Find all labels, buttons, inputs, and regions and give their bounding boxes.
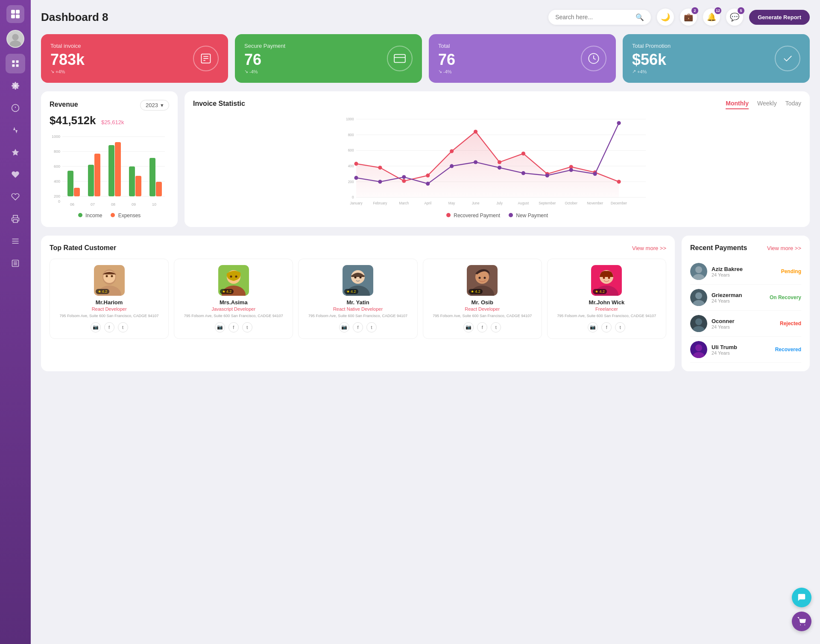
payment-info: Oconner 24 Years [712, 318, 776, 329]
sidebar-item-heart1[interactable] [6, 165, 25, 184]
facebook-icon[interactable]: f [104, 322, 114, 332]
tab-today[interactable]: Today [785, 100, 801, 109]
revenue-bar-chart: 1000 800 600 400 200 0 06 07 [50, 132, 169, 209]
stat-value: $56k [632, 51, 671, 69]
twitter-icon[interactable]: t [242, 322, 252, 332]
tab-weekly[interactable]: Weekly [757, 100, 777, 109]
instagram-icon[interactable]: 📷 [588, 322, 598, 332]
facebook-icon[interactable]: f [353, 322, 363, 332]
svg-text:July: July [496, 201, 503, 205]
stat-card-left: Total 76 ↘ -4% [438, 43, 455, 74]
page-title: Dashboard 8 [41, 11, 108, 24]
sidebar-item-dashboard[interactable] [6, 54, 25, 73]
payments-view-more[interactable]: View more >> [767, 245, 801, 251]
stat-value: 76 [244, 51, 285, 69]
support-float-button[interactable] [792, 588, 811, 607]
stat-card-icon [775, 46, 800, 71]
list-item: ★ 4.2 Mr. Osib React Developer 795 Folso… [423, 259, 542, 339]
instagram-icon[interactable]: 📷 [215, 322, 225, 332]
svg-rect-47 [115, 142, 121, 196]
sidebar-logo[interactable] [6, 5, 24, 23]
svg-point-135 [695, 292, 702, 299]
svg-point-144 [804, 624, 805, 625]
sidebar-item-menu[interactable] [6, 231, 25, 251]
instagram-icon[interactable]: 📷 [339, 322, 349, 332]
customer-address: 795 Folsom Ave, Suite 600 San Francisco,… [552, 313, 662, 319]
messages-button[interactable]: 💬 5 [726, 9, 743, 26]
customer-address: 795 Folsom Ave, Suite 600 San Francisco,… [179, 313, 288, 319]
svg-rect-43 [88, 165, 94, 196]
svg-text:400: 400 [348, 164, 354, 168]
sidebar-item-info[interactable] [6, 98, 25, 118]
expenses-legend: Expenses [111, 213, 141, 219]
svg-text:February: February [373, 201, 387, 205]
svg-point-109 [111, 275, 113, 277]
svg-rect-50 [135, 176, 141, 196]
search-icon: 🔍 [636, 13, 644, 21]
recovered-legend: Recovered Payment [446, 213, 500, 219]
stat-card-total: Total 76 ↘ -4% [429, 34, 616, 83]
revenue-amount: $41,512k [50, 114, 96, 127]
cart-float-button[interactable] [792, 612, 811, 631]
customers-view-more[interactable]: View more >> [632, 245, 666, 251]
twitter-icon[interactable]: t [491, 322, 501, 332]
list-item: ★ 4.2 Mrs.Asima Javascript Developer 795… [174, 259, 293, 339]
sidebar-item-list[interactable] [6, 254, 25, 273]
payment-name: Oconner [712, 318, 776, 324]
generate-report-button[interactable]: Generate Report [749, 10, 810, 25]
svg-point-90 [593, 172, 597, 176]
facebook-icon[interactable]: f [477, 322, 487, 332]
svg-point-108 [105, 275, 108, 277]
avatar[interactable] [6, 30, 24, 48]
sidebar-item-favorites[interactable] [6, 143, 25, 162]
trend-down-icon: ↘ [438, 69, 442, 74]
svg-text:December: December [611, 201, 627, 205]
svg-text:200: 200 [348, 180, 354, 184]
instagram-icon[interactable]: 📷 [91, 322, 101, 332]
svg-point-74 [498, 160, 501, 164]
payment-name: Uli Trumb [712, 344, 771, 350]
svg-rect-3 [16, 15, 20, 18]
wallet-badge: 2 [691, 7, 698, 14]
customers-title: Top Rated Customer [50, 244, 116, 252]
search-input[interactable] [555, 14, 632, 20]
twitter-icon[interactable]: t [615, 322, 625, 332]
tab-monthly[interactable]: Monthly [726, 100, 749, 109]
instagram-icon[interactable]: 📷 [463, 322, 474, 332]
customer-role: React Native Developer [303, 306, 413, 312]
customer-address: 795 Folsom Ave, Suite 600 San Francisco,… [303, 313, 413, 319]
revenue-title: Revenue [50, 101, 78, 108]
header: Dashboard 8 🔍 🌙 💼 2 🔔 12 💬 5 Generate Re… [41, 9, 810, 26]
svg-rect-8 [12, 64, 15, 67]
svg-point-72 [450, 149, 454, 153]
invoice-header: Invoice Statistic Monthly Weekly Today [193, 100, 801, 109]
stat-change: ↘ -4% [244, 69, 285, 74]
svg-text:800: 800 [348, 133, 354, 137]
svg-text:October: October [565, 201, 578, 205]
twitter-icon[interactable]: t [118, 322, 128, 332]
sidebar-item-print[interactable] [6, 209, 25, 229]
theme-toggle-button[interactable]: 🌙 [657, 9, 674, 26]
svg-rect-7 [16, 61, 19, 63]
facebook-icon[interactable]: f [228, 322, 239, 332]
sidebar-item-analytics[interactable] [6, 120, 25, 140]
notifications-button[interactable]: 🔔 12 [703, 9, 720, 26]
payment-avatar [690, 263, 707, 280]
svg-point-124 [479, 277, 481, 279]
sidebar-item-heart2[interactable] [6, 187, 25, 207]
customer-role: React Developer [54, 306, 164, 312]
facebook-icon[interactable]: f [601, 322, 612, 332]
customer-social: 📷 f t [552, 322, 662, 332]
expenses-legend-dot [111, 213, 115, 217]
svg-rect-49 [129, 166, 135, 196]
search-box[interactable]: 🔍 [548, 10, 651, 25]
year-selector[interactable]: 2023 ▾ [140, 100, 169, 111]
payment-info: Uli Trumb 24 Years [712, 344, 771, 356]
payment-avatar [690, 341, 707, 358]
sidebar-item-settings[interactable] [6, 76, 25, 96]
svg-text:600: 600 [348, 149, 354, 152]
list-item: Uli Trumb 24 Years Recovered [690, 337, 801, 363]
twitter-icon[interactable]: t [366, 322, 377, 332]
wallet-button[interactable]: 💼 2 [680, 9, 697, 26]
svg-rect-1 [16, 10, 20, 14]
